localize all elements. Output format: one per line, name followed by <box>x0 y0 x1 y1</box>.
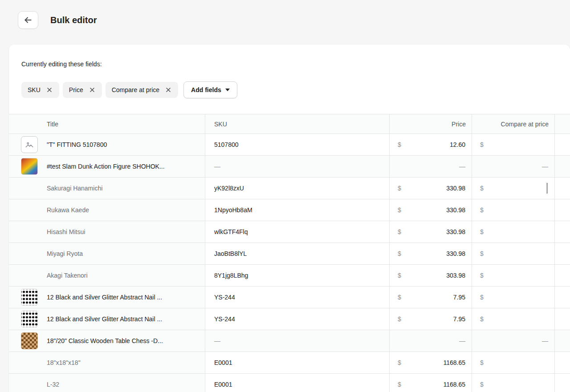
product-title: 12 Black and Silver Glitter Abstract Nai… <box>47 294 162 301</box>
field-chip-price: Price <box>63 82 102 98</box>
currency-symbol: $ <box>480 250 484 257</box>
compare-at-price-cell: — <box>472 156 555 178</box>
row-stub-cell <box>555 134 570 156</box>
title-cell: #test Slam Dunk Action Figure SHOHOK... <box>9 156 205 178</box>
price-cell[interactable]: $7.95 <box>390 287 472 308</box>
price-value: 330.98 <box>446 185 465 192</box>
currency-symbol: $ <box>398 315 401 323</box>
image-glyph-icon <box>24 140 34 150</box>
page-title: Bulk editor <box>50 15 97 25</box>
field-chip-sku: SKU <box>21 82 59 98</box>
compare-at-price-cell: — <box>472 330 555 352</box>
price-cell[interactable]: $1168.65 <box>390 352 472 374</box>
compare-at-price-cell[interactable]: $ <box>472 199 555 221</box>
currency-symbol: $ <box>480 359 484 366</box>
price-value: 330.98 <box>446 228 465 235</box>
sku-cell[interactable]: JaoBtB8lYL <box>205 243 390 265</box>
row-stub-cell <box>555 156 570 178</box>
sku-cell[interactable]: 8Y1jg8LBhg <box>205 265 390 287</box>
variant-title: Sakuragi Hanamichi <box>47 185 102 192</box>
row-stub-cell <box>555 221 570 243</box>
compare-at-price-cell[interactable]: $ <box>472 308 555 330</box>
sku-cell: — <box>205 330 390 352</box>
product-thumbnail <box>21 289 38 306</box>
add-fields-button[interactable]: Add fields <box>183 81 237 98</box>
compare-at-price-cell[interactable]: $ <box>472 352 555 374</box>
currency-symbol: $ <box>480 185 484 192</box>
compare-at-price-cell[interactable]: $ <box>472 134 555 156</box>
field-chips: SKUPriceCompare at price <box>21 82 178 98</box>
price-cell: — <box>390 330 472 352</box>
sku-cell[interactable]: E0001 <box>205 352 390 374</box>
column-header-compare-at-price: Compare at price <box>472 114 555 134</box>
title-cell: L-32 <box>9 374 205 392</box>
compare-at-price-cell[interactable]: $ <box>472 178 555 199</box>
price-cell[interactable]: $330.98 <box>390 178 472 199</box>
remove-field-icon[interactable] <box>165 86 172 93</box>
currency-symbol: $ <box>398 272 401 279</box>
price-value: 7.95 <box>453 315 465 323</box>
price-cell[interactable]: $12.60 <box>390 134 472 156</box>
product-title: 12 Black and Silver Glitter Abstract Nai… <box>47 315 162 323</box>
sku-cell[interactable]: 1NpyoHb8aM <box>205 199 390 221</box>
row-stub-cell <box>555 243 570 265</box>
field-chip-label: SKU <box>28 86 41 93</box>
close-icon <box>47 87 52 93</box>
sku-cell[interactable]: wlkGTF4Flq <box>205 221 390 243</box>
product-title: "T" FITTING 5107800 <box>47 141 107 148</box>
row-stub-cell <box>555 330 570 352</box>
price-value: 1168.65 <box>443 381 465 388</box>
close-icon <box>166 87 171 93</box>
compare-at-price-cell[interactable]: $ <box>472 265 555 287</box>
price-value: 12.60 <box>450 141 465 148</box>
topbar: Bulk editor <box>0 0 570 29</box>
price-value: 330.98 <box>446 250 465 257</box>
currency-symbol: $ <box>398 141 401 148</box>
back-button[interactable] <box>18 11 38 29</box>
currency-symbol: $ <box>480 141 484 148</box>
price-cell[interactable]: $303.98 <box>390 265 472 287</box>
sku-cell[interactable]: YS-244 <box>205 287 390 308</box>
sku-cell[interactable]: 5107800 <box>205 134 390 156</box>
title-cell: Akagi Takenori <box>9 265 205 287</box>
title-cell: Sakuragi Hanamichi <box>9 178 205 199</box>
price-value: 330.98 <box>446 206 465 214</box>
product-thumbnail <box>21 332 38 349</box>
compare-at-price-cell[interactable]: $ <box>472 287 555 308</box>
price-cell[interactable]: $7.95 <box>390 308 472 330</box>
remove-field-icon[interactable] <box>89 86 96 93</box>
currency-symbol: $ <box>398 294 401 301</box>
sku-cell[interactable]: YS-244 <box>205 308 390 330</box>
compare-at-price-cell[interactable]: $ <box>472 221 555 243</box>
sku-cell[interactable]: yK92l8zxU <box>205 178 390 199</box>
price-cell: — <box>390 156 472 178</box>
price-cell[interactable]: $330.98 <box>390 199 472 221</box>
arrow-left-icon <box>24 16 33 24</box>
row-stub-cell <box>555 308 570 330</box>
column-header-sku: SKU <box>205 114 390 134</box>
currency-symbol: $ <box>480 228 484 235</box>
compare-at-price-cell[interactable]: $ <box>472 374 555 392</box>
price-cell[interactable]: $1168.65 <box>390 374 472 392</box>
row-stub-cell <box>555 265 570 287</box>
bulk-editor-card: Currently editing these fields: SKUPrice… <box>9 44 570 392</box>
variant-title: Akagi Takenori <box>47 272 88 279</box>
product-thumbnail <box>21 311 38 327</box>
sku-cell[interactable]: E0001 <box>205 374 390 392</box>
title-cell: 12 Black and Silver Glitter Abstract Nai… <box>9 287 205 308</box>
title-cell: Hisashi Mitsui <box>9 221 205 243</box>
chevron-down-icon <box>225 89 230 91</box>
remove-field-icon[interactable] <box>46 86 53 93</box>
price-cell[interactable]: $330.98 <box>390 221 472 243</box>
price-cell[interactable]: $330.98 <box>390 243 472 265</box>
variant-title: Hisashi Mitsui <box>47 228 85 235</box>
variant-title: L-32 <box>47 381 59 388</box>
currency-symbol: $ <box>398 381 401 388</box>
title-cell: Miyagi Ryota <box>9 243 205 265</box>
product-thumbnail <box>21 158 38 175</box>
title-cell: Rukawa Kaede <box>9 199 205 221</box>
title-cell: 12 Black and Silver Glitter Abstract Nai… <box>9 308 205 330</box>
field-chip-compare-at-price: Compare at price <box>106 82 178 98</box>
compare-at-price-cell[interactable]: $ <box>472 243 555 265</box>
currency-symbol: $ <box>480 206 484 214</box>
